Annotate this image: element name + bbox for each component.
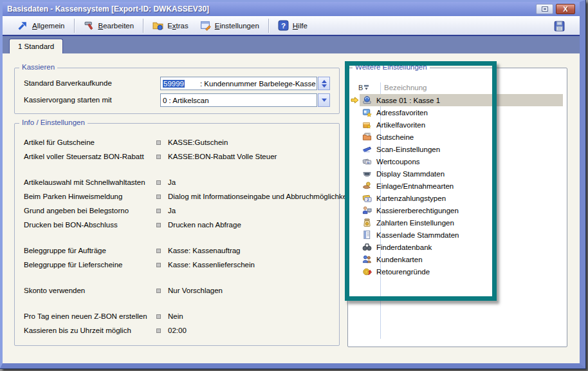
list-item-label: Retourengründe [376,268,430,276]
list-item-body: Artikelfavoriten [360,119,563,131]
list-item-body: Kasse 01 : Kasse 1 [360,94,563,106]
settings-list: Kasse 01 : Kasse 1AdressfavoritenArtikel… [349,94,563,278]
info-row-label: Skonto verwenden [24,287,156,294]
info-row-label: Drucken bei BON-Abschluss [24,221,156,229]
group-info-title: Info / Einstellungen [19,119,87,126]
toolbar-button-hilfe[interactable]: ?Hilfe [272,18,313,33]
dropdown-button[interactable] [318,93,330,107]
list-item-scan-einstellungen[interactable]: Scan-Einstellungen [349,143,563,155]
list-item-label: Kassiererberechtigungen [376,207,459,214]
list-item-wertcoupons[interactable]: 10Wertcoupons [349,155,563,167]
list-item-body: Gutscheine [360,131,563,143]
bullet-icon [156,263,161,267]
toolbar-separator [268,19,269,33]
info-row-label: Pro Tag einen neuen Z-BON erstellen [24,312,156,320]
list-item-label: Kassenlade Stammdaten [376,231,459,239]
kartenzahlung-icon: 2 [361,193,372,203]
list-item-kassenlade-stammdaten[interactable]: Kassenlade Stammdaten [349,229,563,241]
wertcoupons-icon: 10 [361,157,372,166]
list-item-body: 10Wertcoupons [360,155,563,167]
info-row: Drucken bei BON-AbschlussDrucken nach Ab… [24,218,334,232]
save-button[interactable] [553,20,565,32]
title-bar: Basisdaten - Kassensystem [Export-ID: DW… [3,2,580,16]
einlage-icon [361,181,372,191]
info-row-value: Kasse: Kassenauftrag [168,247,241,254]
minimize-icon [542,6,548,12]
svg-text:2: 2 [367,198,369,202]
list-item-finderdatenbank[interactable]: Finderdatenbank [349,241,563,253]
toolbar-button-einstellungen[interactable]: Einstellungen [194,18,265,33]
info-row-value: Nein [168,312,183,320]
current-row-arrow-icon [349,97,360,104]
toolbar-button-bearbeiten[interactable]: Bearbeiten [78,18,140,33]
list-item-label: Zahlarten Einstellungen [376,219,454,227]
form-icon [200,20,211,31]
zahlarten-icon [361,218,372,227]
info-row-value: Ja [168,207,176,214]
kassiervorgang-select[interactable]: 0 : Artikelscan [160,93,317,107]
minimize-button[interactable] [536,4,553,14]
info-row: Artikel für GutscheineKASSE:Gutschein [24,135,334,149]
dialog-content: Kassieren Standard Barverkaufkunde 59999… [3,53,580,363]
info-row-value: Nur Vorschlagen [168,287,223,294]
list-item-zahlarten-einstellungen[interactable]: Zahlarten Einstellungen [349,216,563,229]
list-item-label: Artikelfavoriten [376,121,425,129]
toolbar-button-label: Hilfe [293,22,308,30]
tab-strip: 1 Standard [3,36,580,53]
selected-text: 59999 [163,80,185,88]
toolbar-button-allgemein[interactable]: Allgemein [12,18,71,33]
kundenkarten-icon [361,254,372,264]
kasse-icon [361,95,372,105]
list-item-kartenzahlungstypen[interactable]: 2Kartenzahlungstypen [349,192,563,204]
bullet-icon [156,209,161,213]
column-header-icon[interactable]: B [358,84,378,91]
list-item-body: 2Kartenzahlungstypen [360,192,563,204]
list-item-adressfavoriten[interactable]: Adressfavoriten [349,106,563,119]
list-item-display-stammdaten[interactable]: Display Stammdaten [349,167,563,180]
quantity-stepper[interactable] [318,77,330,90]
list-item-einlage-entnahmearten[interactable]: Einlage/Entnahmearten [349,180,563,192]
info-row: Pro Tag einen neuen Z-BON erstellenNein [24,309,334,323]
kassenlade-icon [361,230,372,240]
info-row-label: Artikel voller Steuersatz BON-Rabatt [24,153,156,160]
bullet-icon [156,328,161,333]
list-item-label: Kartenzahlungstypen [376,195,446,202]
list-item-kassiererberechtigungen[interactable]: Kassiererberechtigungen [349,204,563,216]
bullet-icon [156,249,161,253]
toolbar-button-label: Allgemein [32,22,65,30]
toolbar-button-extras[interactable]: Extras [147,18,194,33]
list-item-kasse-01-kasse-1[interactable]: Kasse 01 : Kasse 1 [349,94,563,106]
adressfavoriten-icon [361,108,372,117]
barverkaufkunde-input[interactable]: 59999 : Kundennummer Barbelege-Kasse A [160,77,317,90]
bullet-icon [156,155,161,159]
bullet-icon [156,180,161,185]
group-weitere-einstellungen: Weitere Einstellungen B Bezeichnung Kass… [347,68,567,347]
close-button[interactable]: X [556,4,575,14]
column-header-bezeichnung[interactable]: Bezeichnung [384,84,427,91]
list-item-retourengründe[interactable]: Retourengründe [349,265,563,278]
list-item-kundenkarten[interactable]: Kundenkarten [349,253,563,265]
svg-text:?: ? [281,21,286,30]
info-row-label: Beleggruppe für Lieferscheine [24,261,156,269]
stepper-up-icon [322,80,327,83]
input-suffix-text: : Kundennummer Barbelege-Kasse A [200,80,317,88]
list-item-body: Einlage/Entnahmearten [360,180,563,192]
list-item-label: Wertcoupons [376,158,420,166]
hammer-icon [84,20,95,31]
info-row-value: KASSE:BON-Rabatt Volle Steuer [168,153,277,160]
list-item-gutscheine[interactable]: Gutscheine [349,131,563,143]
kassierer-icon [361,205,372,215]
info-rows: Artikel für GutscheineKASSE:GutscheinArt… [24,135,334,338]
list-item-body: Scan-Einstellungen [360,143,563,155]
list-item-artikelfavoriten[interactable]: Artikelfavoriten [349,119,563,131]
group-kassieren-title: Kassieren [19,63,57,71]
info-row: Artikel voller Steuersatz BON-RabattKASS… [24,149,334,164]
tab-standard[interactable]: 1 Standard [9,39,63,54]
toolbar-button-label: Bearbeiten [98,22,134,30]
app-window: Basisdaten - Kassensystem [Export-ID: DW… [0,0,585,368]
list-item-label: Einlage/Entnahmearten [376,182,454,190]
display-icon [361,169,372,178]
list-item-label: Kundenkarten [376,256,423,263]
group-info-einstellungen: Info / Einstellungen Artikel für Gutsche… [14,123,340,346]
list-item-body: Kundenkarten [360,253,563,265]
